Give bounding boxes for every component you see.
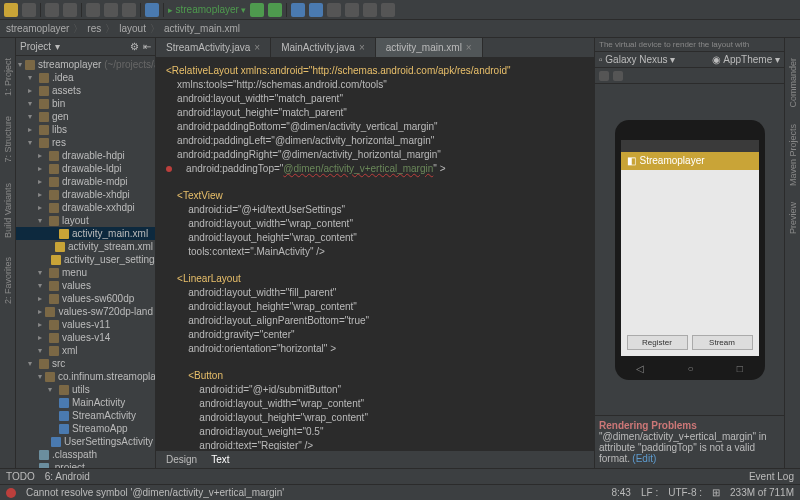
tree-item[interactable]: MainActivity <box>16 396 155 409</box>
tree-item[interactable]: ▸values-sw720dp-land <box>16 305 155 318</box>
help-icon[interactable] <box>381 3 395 17</box>
preview-stream-button: Stream <box>692 335 753 350</box>
editor-tab[interactable]: MainActivity.java× <box>271 38 376 57</box>
tree-item[interactable]: ▾gen <box>16 110 155 123</box>
panel-title: Project <box>20 41 51 52</box>
panel-gear-icon[interactable]: ⚙ <box>130 41 139 52</box>
text-tab[interactable]: Text <box>211 454 229 465</box>
tree-item[interactable]: ▾layout <box>16 214 155 227</box>
run-icon[interactable] <box>250 3 264 17</box>
tree-item[interactable]: ▸drawable-mdpi <box>16 175 155 188</box>
open-icon[interactable] <box>4 3 18 17</box>
tree-item[interactable]: ▾streamoplayer (~/projects/android/ <box>16 58 155 71</box>
refresh-icon[interactable] <box>613 71 623 81</box>
edit-link[interactable]: (Edit) <box>632 453 656 464</box>
tool-todo[interactable]: TODO <box>6 471 35 482</box>
breadcrumb-item[interactable]: res <box>87 23 101 34</box>
phone-nav-icons: ◁○□ <box>615 363 765 374</box>
tree-item[interactable]: ▾bin <box>16 97 155 110</box>
tool-commander[interactable]: Commander <box>788 58 798 108</box>
error-icon <box>6 488 16 498</box>
tree-item[interactable]: ▾src <box>16 357 155 370</box>
line-separator[interactable]: LF : <box>641 487 658 498</box>
tree-item[interactable]: UserSettingsActivity <box>16 435 155 448</box>
tree-item[interactable]: activity_main.xml <box>16 227 155 240</box>
tree-item[interactable]: StreamActivity <box>16 409 155 422</box>
file-encoding[interactable]: UTF-8 : <box>668 487 702 498</box>
tool-android[interactable]: 6: Android <box>45 471 90 482</box>
sync-icon[interactable] <box>345 3 359 17</box>
monitor-icon[interactable] <box>327 3 341 17</box>
avd-icon[interactable] <box>291 3 305 17</box>
editor-area: StreamActivity.java×MainActivity.java×ac… <box>156 38 594 468</box>
tool-project[interactable]: 1: Project <box>3 58 13 96</box>
insert-mode-icon[interactable]: ⊞ <box>712 487 720 498</box>
tree-item[interactable]: ▸libs <box>16 123 155 136</box>
close-icon[interactable]: × <box>254 42 260 53</box>
run-config-dropdown[interactable]: ▸ streamoplayer ▾ <box>168 4 246 15</box>
bottom-tool-tabs: TODO 6: Android Event Log <box>0 468 800 484</box>
tool-favorites[interactable]: 2: Favorites <box>3 257 13 304</box>
rendering-problems: Rendering Problems "@dimen/activity_v+er… <box>595 415 784 468</box>
tree-item[interactable]: ▸values-sw600dp <box>16 292 155 305</box>
tree-item[interactable]: ▾menu <box>16 266 155 279</box>
tree-item[interactable]: activity_user_settings.xml <box>16 253 155 266</box>
tool-eventlog[interactable]: Event Log <box>749 471 794 482</box>
project-tree[interactable]: ▾streamoplayer (~/projects/android/▾.ide… <box>16 56 155 468</box>
design-tab[interactable]: Design <box>166 454 197 465</box>
undo-icon[interactable] <box>45 3 59 17</box>
tool-structure[interactable]: 7: Structure <box>3 116 13 163</box>
save-icon[interactable] <box>22 3 36 17</box>
paste-icon[interactable] <box>122 3 136 17</box>
tree-item[interactable]: ▾.idea <box>16 71 155 84</box>
tool-maven[interactable]: Maven Projects <box>788 124 798 186</box>
zoom-icon[interactable] <box>599 71 609 81</box>
redo-icon[interactable] <box>63 3 77 17</box>
tree-item[interactable]: .classpath <box>16 448 155 461</box>
sdk-icon[interactable] <box>309 3 323 17</box>
preview-hint: The virtual device to render the layout … <box>595 38 784 52</box>
tree-item[interactable]: ▾utils <box>16 383 155 396</box>
error-gutter-icon[interactable] <box>166 166 172 172</box>
tree-item[interactable]: ▾values <box>16 279 155 292</box>
main-toolbar: ▸ streamoplayer ▾ <box>0 0 800 20</box>
tree-item[interactable]: .project <box>16 461 155 468</box>
right-tool-gutter: Commander Maven Projects Preview <box>784 38 800 468</box>
breadcrumb-item[interactable]: layout <box>119 23 146 34</box>
tree-item[interactable]: ▾co.infinum.streamoplayer <box>16 370 155 383</box>
code-editor[interactable]: <RelativeLayout xmlns:android="http://sc… <box>156 58 594 450</box>
tree-item[interactable]: ▸drawable-ldpi <box>16 162 155 175</box>
status-message: Cannot resolve symbol '@dimen/activity_v… <box>26 487 284 498</box>
device-dropdown[interactable]: ▫ Galaxy Nexus ▾ <box>599 54 675 65</box>
editor-tab[interactable]: StreamActivity.java× <box>156 38 271 57</box>
memory-indicator[interactable]: 233M of 711M <box>730 487 794 498</box>
tree-item[interactable]: ▸drawable-xxhdpi <box>16 201 155 214</box>
phone-statusbar <box>621 140 759 152</box>
tree-item[interactable]: ▾res <box>16 136 155 149</box>
copy-icon[interactable] <box>104 3 118 17</box>
close-icon[interactable]: × <box>359 42 365 53</box>
device-frame: ◧Streamoplayer Register Stream ◁○□ <box>615 120 765 380</box>
close-icon[interactable]: × <box>466 42 472 53</box>
breadcrumb-item[interactable]: streamoplayer <box>6 23 69 34</box>
breadcrumb-item[interactable]: activity_main.xml <box>164 23 240 34</box>
panel-collapse-icon[interactable]: ⇤ <box>143 41 151 52</box>
theme-dropdown[interactable]: ◉ AppTheme ▾ <box>712 54 780 65</box>
tree-item[interactable]: ▸drawable-xhdpi <box>16 188 155 201</box>
tree-item[interactable]: ▸values-v11 <box>16 318 155 331</box>
phone-app-title: ◧Streamoplayer <box>621 152 759 170</box>
tree-item[interactable]: ▸drawable-hdpi <box>16 149 155 162</box>
tree-item[interactable]: ▾xml <box>16 344 155 357</box>
settings-icon[interactable] <box>145 3 159 17</box>
debug-icon[interactable] <box>268 3 282 17</box>
tree-item[interactable]: StreamoApp <box>16 422 155 435</box>
tree-item[interactable]: ▸assets <box>16 84 155 97</box>
tool-preview[interactable]: Preview <box>788 202 798 234</box>
tool-build-variants[interactable]: Build Variants <box>3 183 13 238</box>
tree-item[interactable]: ▸values-v14 <box>16 331 155 344</box>
tree-item[interactable]: activity_stream.xml <box>16 240 155 253</box>
left-tool-gutter: 1: Project 7: Structure Build Variants 2… <box>0 38 16 468</box>
structure-icon[interactable] <box>363 3 377 17</box>
editor-tab[interactable]: activity_main.xml× <box>376 38 483 57</box>
cut-icon[interactable] <box>86 3 100 17</box>
